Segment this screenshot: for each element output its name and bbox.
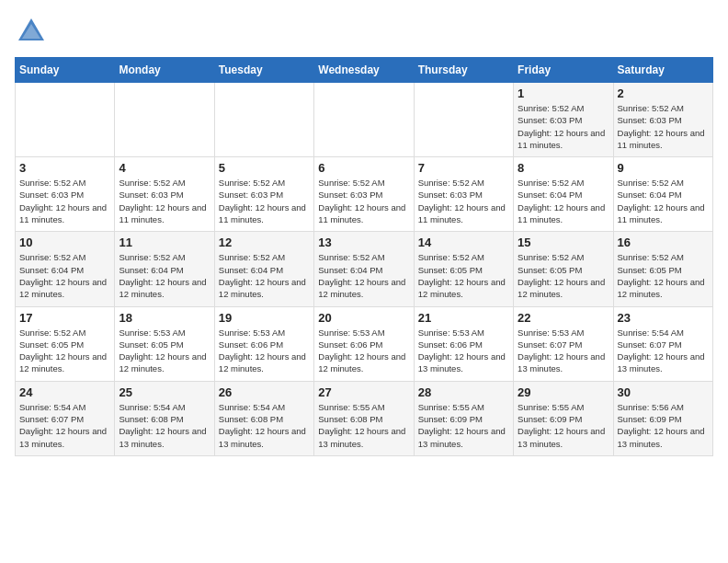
header-monday: Monday xyxy=(115,58,214,83)
calendar-cell: 19Sunrise: 5:53 AM Sunset: 6:06 PM Dayli… xyxy=(214,306,313,381)
calendar-cell: 8Sunrise: 5:52 AM Sunset: 6:04 PM Daylig… xyxy=(514,157,613,232)
calendar-cell: 24Sunrise: 5:54 AM Sunset: 6:07 PM Dayli… xyxy=(16,381,115,455)
day-number: 4 xyxy=(119,161,210,175)
header-saturday: Saturday xyxy=(613,58,712,83)
day-number: 16 xyxy=(618,236,709,249)
logo xyxy=(15,15,51,48)
calendar-cell: 9Sunrise: 5:52 AM Sunset: 6:04 PM Daylig… xyxy=(613,157,712,232)
logo-icon xyxy=(15,15,48,48)
calendar-cell: 13Sunrise: 5:52 AM Sunset: 6:04 PM Dayli… xyxy=(314,232,414,306)
calendar-week-row: 3Sunrise: 5:52 AM Sunset: 6:03 PM Daylig… xyxy=(16,157,713,232)
calendar-cell: 20Sunrise: 5:53 AM Sunset: 6:06 PM Dayli… xyxy=(314,306,414,381)
day-number: 8 xyxy=(518,161,609,175)
calendar-cell: 25Sunrise: 5:54 AM Sunset: 6:08 PM Dayli… xyxy=(115,381,214,455)
calendar-cell: 2Sunrise: 5:52 AM Sunset: 6:03 PM Daylig… xyxy=(613,83,712,157)
calendar-week-row: 24Sunrise: 5:54 AM Sunset: 6:07 PM Dayli… xyxy=(16,381,713,455)
calendar-cell: 1Sunrise: 5:52 AM Sunset: 6:03 PM Daylig… xyxy=(514,83,613,157)
day-number: 14 xyxy=(418,236,509,249)
day-number: 28 xyxy=(418,385,509,399)
day-number: 26 xyxy=(219,385,310,399)
day-info: Sunrise: 5:55 AM Sunset: 6:09 PM Dayligh… xyxy=(418,401,509,450)
day-info: Sunrise: 5:53 AM Sunset: 6:06 PM Dayligh… xyxy=(418,327,509,375)
calendar-cell xyxy=(214,83,313,157)
day-number: 17 xyxy=(19,311,110,325)
calendar-cell: 4Sunrise: 5:52 AM Sunset: 6:03 PM Daylig… xyxy=(115,157,214,232)
day-info: Sunrise: 5:54 AM Sunset: 6:08 PM Dayligh… xyxy=(119,401,210,450)
calendar-header-row: SundayMondayTuesdayWednesdayThursdayFrid… xyxy=(16,58,713,83)
day-info: Sunrise: 5:52 AM Sunset: 6:04 PM Dayligh… xyxy=(219,251,310,300)
calendar-cell xyxy=(414,83,513,157)
calendar-cell xyxy=(115,83,214,157)
day-info: Sunrise: 5:52 AM Sunset: 6:05 PM Dayligh… xyxy=(418,251,509,300)
header-tuesday: Tuesday xyxy=(214,58,313,83)
calendar-cell: 23Sunrise: 5:54 AM Sunset: 6:07 PM Dayli… xyxy=(613,306,712,381)
day-number: 5 xyxy=(219,161,310,175)
page-header xyxy=(15,15,713,48)
day-info: Sunrise: 5:53 AM Sunset: 6:07 PM Dayligh… xyxy=(518,327,609,375)
header-friday: Friday xyxy=(514,58,613,83)
day-info: Sunrise: 5:54 AM Sunset: 6:07 PM Dayligh… xyxy=(618,327,709,375)
day-number: 3 xyxy=(19,161,110,175)
calendar-cell xyxy=(16,83,115,157)
day-number: 9 xyxy=(618,161,709,175)
calendar-cell: 14Sunrise: 5:52 AM Sunset: 6:05 PM Dayli… xyxy=(414,232,513,306)
day-info: Sunrise: 5:52 AM Sunset: 6:03 PM Dayligh… xyxy=(618,102,709,151)
calendar-table: SundayMondayTuesdayWednesdayThursdayFrid… xyxy=(15,57,713,456)
calendar-cell: 22Sunrise: 5:53 AM Sunset: 6:07 PM Dayli… xyxy=(514,306,613,381)
day-info: Sunrise: 5:52 AM Sunset: 6:05 PM Dayligh… xyxy=(618,251,709,300)
day-info: Sunrise: 5:54 AM Sunset: 6:07 PM Dayligh… xyxy=(19,401,110,450)
day-info: Sunrise: 5:52 AM Sunset: 6:03 PM Dayligh… xyxy=(19,177,110,225)
calendar-cell: 6Sunrise: 5:52 AM Sunset: 6:03 PM Daylig… xyxy=(314,157,414,232)
calendar-cell: 26Sunrise: 5:54 AM Sunset: 6:08 PM Dayli… xyxy=(214,381,313,455)
calendar-cell: 18Sunrise: 5:53 AM Sunset: 6:05 PM Dayli… xyxy=(115,306,214,381)
day-info: Sunrise: 5:52 AM Sunset: 6:03 PM Dayligh… xyxy=(219,177,310,225)
calendar-cell: 27Sunrise: 5:55 AM Sunset: 6:08 PM Dayli… xyxy=(314,381,414,455)
day-info: Sunrise: 5:53 AM Sunset: 6:05 PM Dayligh… xyxy=(119,327,210,375)
day-info: Sunrise: 5:52 AM Sunset: 6:03 PM Dayligh… xyxy=(318,177,409,225)
day-number: 25 xyxy=(119,385,210,399)
calendar-cell: 3Sunrise: 5:52 AM Sunset: 6:03 PM Daylig… xyxy=(16,157,115,232)
day-info: Sunrise: 5:52 AM Sunset: 6:03 PM Dayligh… xyxy=(418,177,509,225)
calendar-cell: 10Sunrise: 5:52 AM Sunset: 6:04 PM Dayli… xyxy=(16,232,115,306)
day-info: Sunrise: 5:52 AM Sunset: 6:04 PM Dayligh… xyxy=(518,177,609,225)
day-info: Sunrise: 5:52 AM Sunset: 6:04 PM Dayligh… xyxy=(318,251,409,300)
day-info: Sunrise: 5:53 AM Sunset: 6:06 PM Dayligh… xyxy=(318,327,409,375)
day-info: Sunrise: 5:54 AM Sunset: 6:08 PM Dayligh… xyxy=(219,401,310,450)
day-number: 22 xyxy=(518,311,609,325)
calendar-week-row: 10Sunrise: 5:52 AM Sunset: 6:04 PM Dayli… xyxy=(16,232,713,306)
day-info: Sunrise: 5:52 AM Sunset: 6:04 PM Dayligh… xyxy=(618,177,709,225)
day-info: Sunrise: 5:52 AM Sunset: 6:04 PM Dayligh… xyxy=(119,251,210,300)
day-number: 30 xyxy=(618,385,709,399)
day-info: Sunrise: 5:52 AM Sunset: 6:03 PM Dayligh… xyxy=(119,177,210,225)
day-info: Sunrise: 5:55 AM Sunset: 6:08 PM Dayligh… xyxy=(318,401,409,450)
calendar-cell: 12Sunrise: 5:52 AM Sunset: 6:04 PM Dayli… xyxy=(214,232,313,306)
calendar-cell: 5Sunrise: 5:52 AM Sunset: 6:03 PM Daylig… xyxy=(214,157,313,232)
day-number: 10 xyxy=(19,236,110,249)
day-number: 2 xyxy=(618,86,709,100)
calendar-week-row: 1Sunrise: 5:52 AM Sunset: 6:03 PM Daylig… xyxy=(16,83,713,157)
day-number: 6 xyxy=(318,161,409,175)
calendar-cell: 7Sunrise: 5:52 AM Sunset: 6:03 PM Daylig… xyxy=(414,157,513,232)
day-info: Sunrise: 5:56 AM Sunset: 6:09 PM Dayligh… xyxy=(618,401,709,450)
day-number: 18 xyxy=(119,311,210,325)
day-number: 15 xyxy=(518,236,609,249)
calendar-cell: 28Sunrise: 5:55 AM Sunset: 6:09 PM Dayli… xyxy=(414,381,513,455)
day-info: Sunrise: 5:53 AM Sunset: 6:06 PM Dayligh… xyxy=(219,327,310,375)
calendar-cell: 16Sunrise: 5:52 AM Sunset: 6:05 PM Dayli… xyxy=(613,232,712,306)
calendar-cell: 17Sunrise: 5:52 AM Sunset: 6:05 PM Dayli… xyxy=(16,306,115,381)
day-number: 7 xyxy=(418,161,509,175)
header-wednesday: Wednesday xyxy=(314,58,414,83)
day-number: 23 xyxy=(618,311,709,325)
day-number: 1 xyxy=(518,86,609,100)
day-number: 27 xyxy=(318,385,409,399)
day-number: 13 xyxy=(318,236,409,249)
calendar-cell: 30Sunrise: 5:56 AM Sunset: 6:09 PM Dayli… xyxy=(613,381,712,455)
day-number: 19 xyxy=(219,311,310,325)
day-number: 11 xyxy=(119,236,210,249)
day-number: 20 xyxy=(318,311,409,325)
day-info: Sunrise: 5:55 AM Sunset: 6:09 PM Dayligh… xyxy=(518,401,609,450)
header-thursday: Thursday xyxy=(414,58,513,83)
calendar-cell: 15Sunrise: 5:52 AM Sunset: 6:05 PM Dayli… xyxy=(514,232,613,306)
calendar-cell xyxy=(314,83,414,157)
day-info: Sunrise: 5:52 AM Sunset: 6:03 PM Dayligh… xyxy=(518,102,609,151)
